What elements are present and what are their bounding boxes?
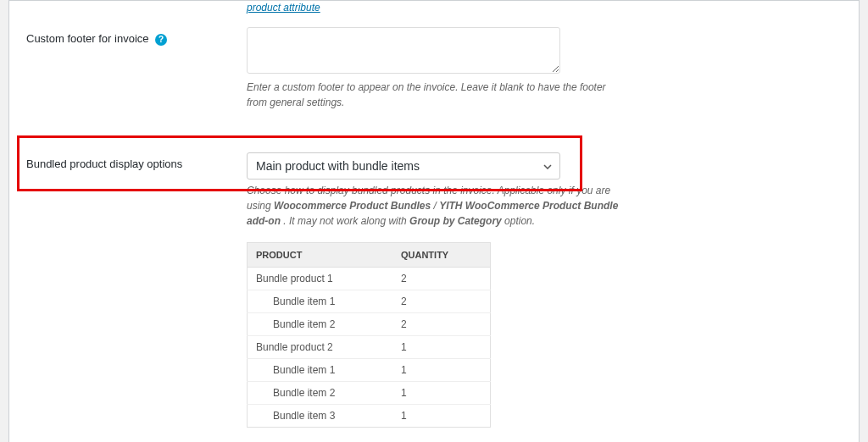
bundle-desc-bold1: Woocommerce Product Bundles (274, 200, 431, 212)
table-header-product: PRODUCT (248, 243, 392, 268)
custom-footer-description: Enter a custom footer to appear on the i… (247, 80, 620, 110)
table-cell-product: Bundle item 1 (248, 359, 392, 382)
table-row: Bundle item 11 (248, 359, 491, 382)
settings-panel: product attribute Custom footer for invo… (8, 0, 860, 442)
product-attribute-link[interactable]: product attribute (247, 2, 320, 14)
custom-footer-label: Custom footer for invoice ? (26, 27, 247, 46)
table-header-row: PRODUCT QUANTITY (248, 243, 491, 268)
table-row: Bundle product 12 (248, 268, 491, 290)
table-cell-quantity: 1 (392, 405, 491, 428)
bundle-options-row: Bundled product display options Main pro… (9, 142, 859, 180)
custom-footer-row: Custom footer for invoice ? (9, 17, 859, 76)
table-row: Bundle item 12 (248, 290, 491, 313)
bundle-desc-sep: / (431, 200, 439, 212)
bundle-description-row: Choose how to display bundled products i… (9, 180, 859, 235)
custom-footer-control (247, 27, 586, 76)
table-cell-quantity: 1 (392, 359, 491, 382)
bundle-select-wrapper: Main product with bundle items (247, 152, 560, 180)
help-icon[interactable]: ? (155, 34, 167, 46)
table-cell-quantity: 2 (392, 268, 491, 290)
bundle-description: Choose how to display bundled products i… (247, 183, 620, 229)
table-cell-product: Bundle item 1 (248, 290, 392, 313)
table-cell-product: Bundle product 2 (248, 336, 392, 359)
table-row: Bundle product 21 (248, 336, 491, 359)
table-cell-product: Bundle product 1 (248, 268, 392, 290)
custom-footer-textarea[interactable] (247, 27, 560, 74)
table-row: Bundle item 31 (248, 405, 491, 428)
bundle-desc-part2: . It may not work along with (281, 215, 409, 227)
bundle-options-control: Main product with bundle items (247, 152, 586, 180)
table-header-quantity: QUANTITY (392, 243, 491, 268)
bundle-display-select[interactable]: Main product with bundle items (247, 152, 560, 180)
bundle-options-label: Bundled product display options (26, 152, 247, 170)
table-cell-product: Bundle item 2 (248, 313, 392, 336)
bundle-desc-bold3: Group by Category (409, 215, 502, 227)
table-cell-quantity: 1 (392, 382, 491, 405)
table-cell-product: Bundle item 3 (248, 405, 392, 428)
table-row: Bundle item 22 (248, 313, 491, 336)
table-cell-quantity: 1 (392, 336, 491, 359)
custom-footer-description-row: Enter a custom footer to appear on the i… (9, 76, 859, 117)
table-cell-quantity: 2 (392, 313, 491, 336)
custom-footer-label-text: Custom footer for invoice (26, 32, 149, 45)
table-cell-quantity: 2 (392, 290, 491, 313)
table-cell-product: Bundle item 2 (248, 382, 392, 405)
bundle-example-table: PRODUCT QUANTITY Bundle product 12Bundle… (247, 242, 491, 428)
hint-link-row: product attribute (9, 1, 859, 14)
table-row: Bundle item 21 (248, 382, 491, 405)
bundle-desc-part3: option. (502, 215, 535, 227)
